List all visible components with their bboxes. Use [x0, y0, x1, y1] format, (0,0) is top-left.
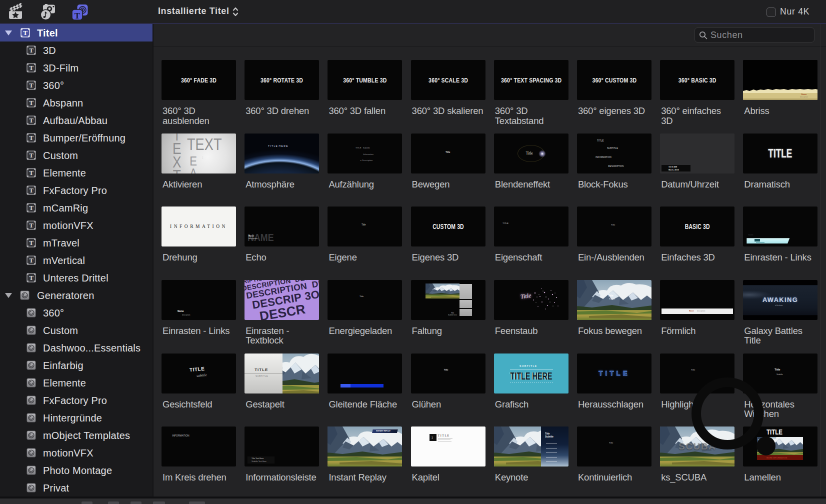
svg-text:T: T — [29, 186, 34, 194]
svg-text:T: T — [29, 222, 34, 229]
svg-text:T: T — [29, 169, 34, 176]
svg-text:T: T — [29, 99, 34, 106]
svg-text:T: T — [29, 82, 34, 89]
svg-text:T: T — [29, 64, 34, 72]
svg-text:T: T — [29, 274, 34, 282]
svg-text:T: T — [74, 11, 80, 20]
svg-text:Description: Description — [800, 96, 808, 98]
svg-text:Name: Name — [802, 93, 808, 96]
svg-text:T: T — [23, 29, 28, 36]
svg-text:T: T — [29, 46, 34, 54]
svg-text:T: T — [29, 204, 34, 212]
svg-text:T: T — [29, 239, 34, 246]
svg-text:T: T — [29, 152, 34, 159]
svg-text:T: T — [29, 116, 34, 124]
svg-text:T: T — [29, 134, 34, 142]
svg-text:T: T — [29, 256, 34, 264]
